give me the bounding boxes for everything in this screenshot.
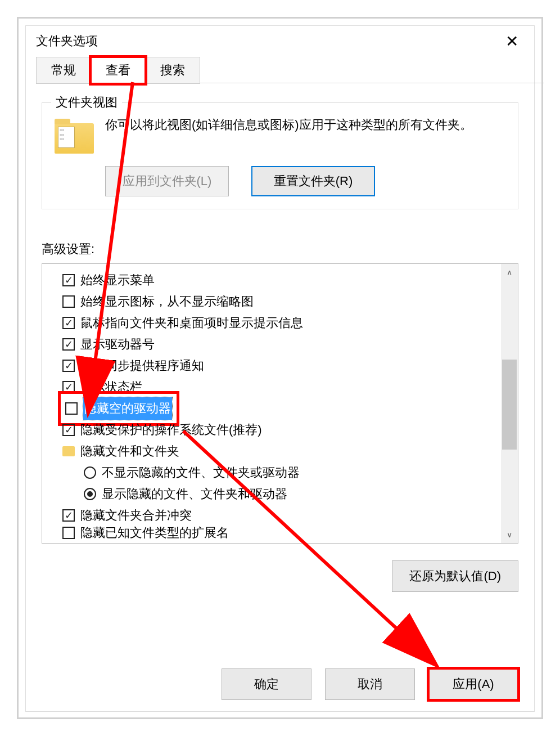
checkbox-icon[interactable] xyxy=(62,509,75,522)
adv-item-label: 隐藏文件和文件夹 xyxy=(80,441,179,462)
folder-icon: ≡≡≡≡≡≡ xyxy=(55,123,94,154)
adv-item-10[interactable]: 显示隐藏的文件、文件夹和驱动器 xyxy=(84,483,513,505)
adv-item-7[interactable]: 隐藏受保护的操作系统文件(推荐) xyxy=(62,419,513,441)
adv-item-label: 隐藏文件夹合并冲突 xyxy=(80,505,192,526)
advanced-settings-label: 高级设置: xyxy=(42,241,518,258)
titlebar: 文件夹选项 ✕ xyxy=(26,26,534,56)
tab-bar: 常规 查看 搜索 xyxy=(36,56,534,83)
adv-item-3[interactable]: 显示驱动器号 xyxy=(62,334,513,355)
adv-item-2[interactable]: 鼠标指向文件夹和桌面项时显示提示信息 xyxy=(62,312,513,334)
checkbox-icon[interactable] xyxy=(62,360,75,372)
adv-item-9[interactable]: 不显示隐藏的文件、文件夹或驱动器 xyxy=(84,462,513,483)
checkbox-icon[interactable] xyxy=(62,274,75,286)
scrollbar[interactable]: ∧ ∨ xyxy=(501,264,518,543)
adv-item-11[interactable]: 隐藏文件夹合并冲突 xyxy=(62,505,513,526)
adv-item-8: 隐藏文件和文件夹 xyxy=(62,441,513,462)
ok-button[interactable]: 确定 xyxy=(222,668,311,700)
tab-view[interactable]: 查看 xyxy=(91,57,146,84)
checkbox-icon[interactable] xyxy=(65,402,78,415)
folder-view-group: 文件夹视图 ≡≡≡≡≡≡ 你可以将此视图(如详细信息或图标)应用于这种类型的所有… xyxy=(42,102,518,209)
dialog-title: 文件夹选项 xyxy=(36,33,98,50)
apply-button[interactable]: 应用(A) xyxy=(428,668,518,700)
folder-options-dialog: 文件夹选项 ✕ 常规 查看 搜索 文件夹视图 ≡≡≡≡≡≡ 你可以将此视图(如详… xyxy=(25,25,535,712)
adv-item-1[interactable]: 始终显示图标，从不显示缩略图 xyxy=(62,291,513,312)
adv-item-label: 始终显示菜单 xyxy=(80,270,155,291)
adv-item-label: 显示同步提供程序通知 xyxy=(80,355,204,376)
adv-item-0[interactable]: 始终显示菜单 xyxy=(62,270,513,291)
adv-item-label: 隐藏已知文件类型的扩展名 xyxy=(80,526,229,540)
checkbox-icon[interactable] xyxy=(62,317,75,329)
scroll-down-icon[interactable]: ∨ xyxy=(501,526,518,543)
adv-item-label: 隐藏空的驱动器 xyxy=(83,397,172,420)
scroll-thumb[interactable] xyxy=(502,360,517,450)
restore-defaults-button[interactable]: 还原为默认值(D) xyxy=(392,560,518,592)
radio-icon[interactable] xyxy=(84,488,96,500)
tab-search[interactable]: 搜索 xyxy=(145,57,200,84)
adv-item-label: 显示状态栏 xyxy=(80,376,142,398)
scroll-up-icon[interactable]: ∧ xyxy=(501,264,518,281)
adv-item-6[interactable]: 隐藏空的驱动器 xyxy=(62,398,513,419)
adv-item-5[interactable]: 显示状态栏 xyxy=(62,376,513,398)
cancel-button[interactable]: 取消 xyxy=(325,668,415,700)
checkbox-icon[interactable] xyxy=(62,527,75,539)
adv-item-label: 不显示隐藏的文件、文件夹或驱动器 xyxy=(102,462,300,483)
adv-item-4[interactable]: 显示同步提供程序通知 xyxy=(62,355,513,376)
folder-view-description: 你可以将此视图(如详细信息或图标)应用于这种类型的所有文件夹。 xyxy=(105,115,505,134)
reset-folders-button[interactable]: 重置文件夹(R) xyxy=(251,166,375,196)
radio-icon[interactable] xyxy=(84,466,96,479)
apply-to-folders-button: 应用到文件夹(L) xyxy=(105,166,229,196)
checkbox-icon[interactable] xyxy=(62,424,75,436)
checkbox-icon[interactable] xyxy=(62,338,75,351)
adv-item-label: 显示隐藏的文件、文件夹和驱动器 xyxy=(102,483,287,505)
adv-item-label: 鼠标指向文件夹和桌面项时显示提示信息 xyxy=(80,312,303,334)
tab-general[interactable]: 常规 xyxy=(36,57,91,84)
close-icon[interactable]: ✕ xyxy=(500,30,524,53)
adv-item-label: 隐藏受保护的操作系统文件(推荐) xyxy=(80,419,262,441)
advanced-settings-list[interactable]: 始终显示菜单始终显示图标，从不显示缩略图鼠标指向文件夹和桌面项时显示提示信息显示… xyxy=(42,263,518,544)
folder-small-icon xyxy=(62,446,75,456)
adv-item-12[interactable]: 隐藏已知文件类型的扩展名 xyxy=(62,526,513,540)
adv-item-label: 始终显示图标，从不显示缩略图 xyxy=(80,291,254,312)
checkbox-icon[interactable] xyxy=(62,381,75,393)
checkbox-icon[interactable] xyxy=(62,295,75,308)
adv-item-label: 显示驱动器号 xyxy=(80,334,155,355)
folder-view-label: 文件夹视图 xyxy=(51,94,122,111)
